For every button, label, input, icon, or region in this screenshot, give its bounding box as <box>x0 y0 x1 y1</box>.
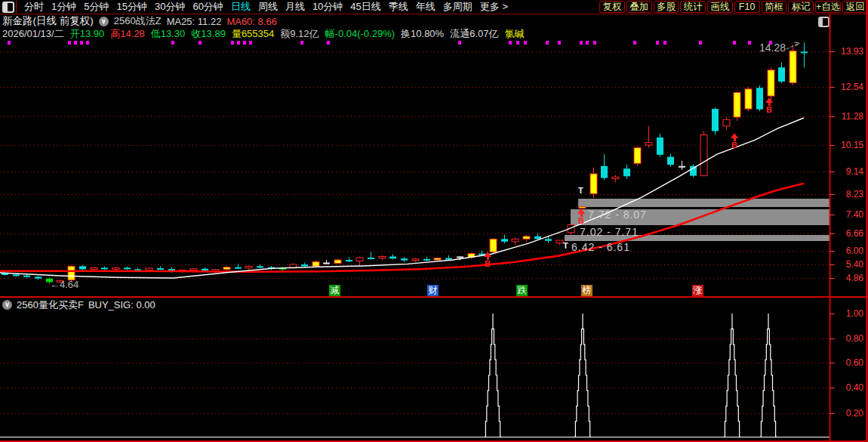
chevron-down-icon[interactable]: ∨ <box>2 300 12 310</box>
candle-down <box>389 257 396 259</box>
signal-dot <box>80 41 83 45</box>
buy-sig-spike <box>760 314 777 437</box>
signal-dot <box>327 41 330 45</box>
candle-down <box>401 258 408 260</box>
sub-panel-header: ∨ 2560量化买卖F BUY_SIG: 0.00 <box>2 299 155 311</box>
signal-axis-label: 1.00 <box>830 308 863 319</box>
candle-down <box>545 239 552 240</box>
signal-dot <box>633 41 636 45</box>
watermark-tag: 减 <box>329 285 340 296</box>
signal-dot <box>516 41 519 45</box>
candle-down <box>623 168 630 176</box>
candle-down <box>690 166 697 176</box>
candle-down <box>601 166 608 178</box>
buy-sig-spike <box>724 314 740 437</box>
candle-up-strong <box>634 147 641 163</box>
signal-dot <box>558 41 561 45</box>
buy-arrow-icon <box>577 209 585 214</box>
candle-down <box>657 138 663 155</box>
candle-down <box>756 88 763 109</box>
candle-up-strong <box>312 261 319 266</box>
candle-down <box>501 239 508 241</box>
buy-arrow-icon <box>731 133 738 138</box>
signal-dot <box>237 41 240 45</box>
trading-app-window: 分时1分钟5分钟15分钟30分钟60分钟日线周线月线10分钟45日线季线年线多周… <box>0 0 868 442</box>
candle-up-strong <box>523 236 530 239</box>
buy-signal-marker: B <box>729 133 740 150</box>
candle-up <box>91 267 97 269</box>
candle-up-strong <box>334 260 341 264</box>
candle-up <box>412 259 419 261</box>
price-axis-label: 6.66 <box>830 228 863 239</box>
candle-up <box>645 143 652 145</box>
buy-arrow-icon <box>484 252 491 257</box>
signal-dot <box>74 41 77 45</box>
gap-band-label: 7.72 - 8.07 <box>588 209 647 221</box>
candle-down <box>667 157 674 165</box>
candle-up-strong <box>734 92 740 117</box>
watermark-tag: 涨 <box>692 285 703 296</box>
price-axis-label: 11.28 <box>830 111 863 122</box>
price-axis-label: 9.14 <box>830 166 863 177</box>
buy-signal-marker: B <box>482 252 493 268</box>
candle-down <box>124 267 131 269</box>
signal-dot <box>769 41 772 45</box>
candle-down <box>13 274 20 276</box>
price-axis-label: 10.15 <box>830 140 863 150</box>
gap-band-label: 6.42 - 6.61 <box>571 241 630 253</box>
signal-dot <box>509 41 512 45</box>
signal-dot <box>458 41 461 45</box>
buy-arrow-icon <box>765 97 773 103</box>
candle-down <box>368 258 374 259</box>
signal-dot <box>524 41 527 45</box>
candle-up <box>512 239 519 241</box>
watermark-tag: 财 <box>427 285 439 296</box>
signal-dot <box>580 41 583 45</box>
price-axis-label: 13.93 <box>830 46 863 57</box>
candle-up <box>190 269 197 270</box>
candle-up <box>356 258 363 261</box>
signal-dot <box>86 41 89 45</box>
ma25-line <box>0 118 804 278</box>
signal-dot <box>586 41 589 45</box>
signal-dot <box>171 41 174 45</box>
candle-down <box>423 259 430 261</box>
candle-up-strong <box>790 51 796 82</box>
candle-down <box>534 236 541 239</box>
buy-marker-label: B <box>729 141 740 150</box>
buy-signal-marker: B <box>576 209 586 225</box>
signal-axis-label: 0.60 <box>830 357 863 368</box>
signal-dot <box>231 41 234 45</box>
watermark-tag: 榜 <box>581 285 593 296</box>
buy-sig-spike <box>485 314 501 437</box>
buy-marker-label: B <box>576 217 586 225</box>
candle-down <box>23 276 30 277</box>
price-axis-label: 5.40 <box>830 259 863 270</box>
buy-marker-label: B <box>482 260 493 268</box>
candle-up <box>723 119 730 125</box>
gap-band-label: 7.02 - 7.71 <box>580 226 639 238</box>
candle-down <box>101 267 108 269</box>
candle-up-strong <box>590 174 597 193</box>
watermark-tag: 跌 <box>516 285 528 296</box>
price-axis-label: 12.54 <box>830 82 863 92</box>
signal-dot <box>656 41 659 45</box>
buy-sig-spike <box>574 314 591 437</box>
signal-dot <box>8 41 11 45</box>
buy-marker-label: B <box>764 106 774 114</box>
buy-sig-value: BUY_SIG: 0.00 <box>88 299 155 311</box>
candle-up <box>112 267 119 269</box>
candle-up-strong <box>68 266 75 280</box>
t-signal-marker: T <box>578 186 583 195</box>
candle-down <box>445 258 452 260</box>
candle-up-strong <box>223 267 230 270</box>
candle-down <box>712 109 719 131</box>
candle-down <box>235 267 242 269</box>
candle-up <box>556 240 563 243</box>
main-chart-canvas[interactable] <box>0 0 868 442</box>
candle-down <box>157 268 164 270</box>
signal-dot <box>199 41 202 45</box>
t-signal-marker: T <box>563 241 568 250</box>
sub-indicator-name[interactable]: 2560量化买卖F <box>17 298 84 312</box>
signal-axis-label: 0.20 <box>830 408 863 419</box>
